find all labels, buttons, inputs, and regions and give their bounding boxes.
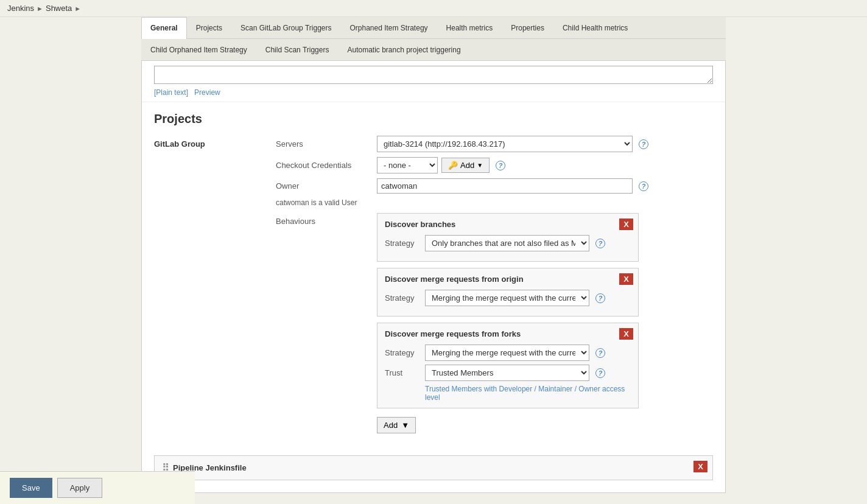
- discover-mr-forks-strategy-select[interactable]: Merging the merge request with the curre…: [425, 345, 589, 361]
- pipeline-title: ⠿ Pipeline Jenkinsfile: [162, 462, 705, 474]
- description-textarea[interactable]: [154, 66, 713, 84]
- gitlab-group-row: GitLab Group Servers gitlab-3214 (http:/…: [154, 136, 713, 438]
- pipeline-remove-button[interactable]: X: [693, 461, 707, 472]
- credentials-help-icon[interactable]: ?: [496, 161, 505, 170]
- tab-health[interactable]: Health metrics: [437, 17, 502, 38]
- add-credentials-arrow-icon: ▼: [477, 162, 483, 169]
- add-credentials-button[interactable]: 🔑 Add ▼: [441, 158, 490, 173]
- tab-child-scan[interactable]: Child Scan Triggers: [256, 39, 339, 60]
- save-button[interactable]: Save: [10, 478, 52, 498]
- add-behaviour-button[interactable]: Add ▼: [377, 417, 416, 433]
- breadcrumb-bar: Jenkins ► Shweta ►: [0, 0, 867, 17]
- projects-title: Projects: [154, 112, 713, 126]
- discover-mr-origin-title: Discover merge requests from origin: [385, 275, 631, 284]
- servers-row: Servers gitlab-3214 (http://192.168.43.2…: [276, 136, 713, 152]
- owner-row: Owner ?: [276, 178, 713, 194]
- discover-mr-forks-strategy-help-icon[interactable]: ?: [595, 348, 605, 358]
- tab-auto-branch[interactable]: Automatic branch project triggering: [338, 39, 469, 60]
- apply-button[interactable]: Apply: [57, 478, 103, 498]
- discover-mr-origin-strategy-label: Strategy: [385, 293, 421, 303]
- add-behaviour-label: Add: [384, 421, 398, 430]
- tab-bar-row1: General Projects Scan GitLab Group Trigg…: [141, 17, 726, 39]
- credentials-select[interactable]: - none -: [377, 157, 438, 173]
- breadcrumb-sep-2: ►: [74, 5, 81, 12]
- tab-child-orphaned[interactable]: Child Orphaned Item Strategy: [141, 39, 256, 60]
- discover-mr-forks-trust-row: Trust Trusted Members ?: [385, 365, 631, 381]
- tab-bar-row2: Child Orphaned Item Strategy Child Scan …: [141, 39, 726, 61]
- breadcrumb-jenkins[interactable]: Jenkins: [7, 4, 34, 13]
- gitlab-group-label: GitLab Group: [154, 136, 276, 149]
- discover-mr-origin-remove-button[interactable]: X: [619, 273, 633, 285]
- discover-branches-strategy-label: Strategy: [385, 239, 421, 248]
- discover-branches-title: Discover branches: [385, 220, 631, 229]
- plain-text-link[interactable]: [Plain text]: [154, 88, 188, 97]
- main-container: General Projects Scan GitLab Group Trigg…: [141, 17, 726, 504]
- servers-help-icon[interactable]: ?: [639, 139, 648, 149]
- discover-mr-forks-strategy-row: Strategy Merging the merge request with …: [385, 345, 631, 361]
- discover-mr-forks-trust-help-icon[interactable]: ?: [595, 368, 605, 378]
- discover-branches-strategy-help-icon[interactable]: ?: [595, 239, 605, 248]
- owner-help-icon[interactable]: ?: [639, 181, 648, 191]
- preview-link[interactable]: Preview: [194, 88, 220, 97]
- discover-mr-forks-title: Discover merge requests from forks: [385, 329, 631, 338]
- content-area: [Plain text] Preview Projects GitLab Gro…: [141, 61, 726, 493]
- pipeline-section: X ⠿ Pipeline Jenkinsfile: [154, 455, 713, 480]
- key-icon: 🔑: [448, 161, 458, 170]
- bottom-bar: Save Apply: [0, 471, 195, 504]
- plain-preview-links: [Plain text] Preview: [154, 88, 713, 97]
- credentials-row: Checkout Credentials - none - 🔑 Add ▼ ?: [276, 157, 713, 173]
- discover-branches-strategy-row: Strategy Only branches that are not also…: [385, 235, 631, 251]
- owner-input[interactable]: [377, 178, 633, 194]
- tab-child-health[interactable]: Child Health metrics: [553, 17, 637, 38]
- add-behaviour-arrow-icon: ▼: [401, 421, 409, 430]
- tab-scan-gitlab[interactable]: Scan GitLab Group Triggers: [231, 17, 340, 38]
- projects-section: Projects GitLab Group Servers gitlab-321…: [142, 102, 725, 455]
- servers-select[interactable]: gitlab-3214 (http://192.168.43.217): [377, 136, 633, 152]
- behaviours-label: Behaviours: [276, 213, 373, 226]
- discover-mr-origin-strategy-select[interactable]: Merging the merge request with the curre…: [425, 290, 589, 306]
- discover-branches-remove-button[interactable]: X: [619, 219, 633, 230]
- trust-info-text: Trusted Members with Developer / Maintai…: [385, 385, 631, 402]
- discover-mr-origin-strategy-row: Strategy Merging the merge request with …: [385, 290, 631, 306]
- breadcrumb-shweta[interactable]: Shweta: [46, 4, 72, 13]
- tab-orphaned[interactable]: Orphaned Item Strategy: [340, 17, 437, 38]
- discover-mr-forks-trust-select[interactable]: Trusted Members: [425, 365, 589, 381]
- owner-valid-msg: catwoman is a valid User: [276, 198, 713, 207]
- discover-mr-forks-strategy-label: Strategy: [385, 348, 421, 357]
- top-section: [Plain text] Preview: [142, 61, 725, 102]
- tab-general[interactable]: General: [141, 17, 187, 39]
- discover-mr-forks-box: X Discover merge requests from forks Str…: [377, 323, 639, 408]
- breadcrumb-sep-1: ►: [37, 5, 43, 12]
- discover-mr-forks-remove-button[interactable]: X: [619, 328, 633, 340]
- discover-branches-box: X Discover branches Strategy Only branch…: [377, 213, 639, 262]
- discover-mr-origin-strategy-help-icon[interactable]: ?: [595, 293, 605, 303]
- behaviours-content: X Discover branches Strategy Only branch…: [377, 213, 713, 433]
- discover-branches-strategy-select[interactable]: Only branches that are not also filed as…: [425, 235, 589, 251]
- credentials-label: Checkout Credentials: [276, 161, 373, 170]
- gitlab-group-content: Servers gitlab-3214 (http://192.168.43.2…: [276, 136, 713, 438]
- servers-label: Servers: [276, 139, 373, 149]
- owner-label: Owner: [276, 181, 373, 191]
- behaviours-row: Behaviours X Discover branches Strategy …: [276, 213, 713, 433]
- discover-mr-origin-box: X Discover merge requests from origin St…: [377, 268, 639, 317]
- tab-projects[interactable]: Projects: [187, 17, 231, 38]
- add-credentials-label: Add: [460, 161, 474, 170]
- discover-mr-forks-trust-label: Trust: [385, 368, 421, 377]
- tab-properties[interactable]: Properties: [502, 17, 553, 38]
